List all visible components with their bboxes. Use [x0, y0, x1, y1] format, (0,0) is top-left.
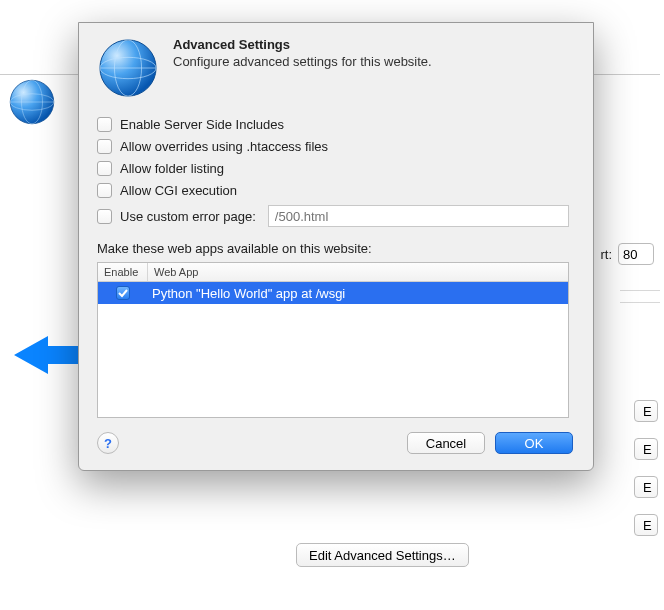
svg-marker-4	[14, 336, 80, 374]
edit-button-fragment[interactable]: E	[634, 438, 658, 460]
table-row[interactable]: Python "Hello World" app at /wsgi	[98, 282, 568, 304]
ok-button[interactable]: OK	[495, 432, 573, 454]
webapp-enable-checkbox[interactable]	[116, 286, 130, 300]
port-label: rt:	[600, 247, 612, 262]
custom-error-page-input[interactable]	[268, 205, 569, 227]
enable-ssi-checkbox[interactable]	[97, 117, 112, 132]
allow-folder-listing-checkbox[interactable]	[97, 161, 112, 176]
column-header-enable[interactable]: Enable	[98, 263, 148, 281]
custom-error-page-label: Use custom error page:	[120, 209, 256, 224]
edit-advanced-settings-button[interactable]: Edit Advanced Settings…	[296, 543, 469, 567]
edit-button-fragment[interactable]: E	[634, 514, 658, 536]
edit-button-fragment[interactable]: E	[634, 476, 658, 498]
webapps-section-label: Make these web apps available on this we…	[97, 241, 569, 256]
dialog-subtitle: Configure advanced settings for this web…	[173, 54, 432, 69]
globe-icon	[8, 78, 56, 126]
custom-error-page-checkbox[interactable]	[97, 209, 112, 224]
enable-ssi-label: Enable Server Side Includes	[120, 117, 284, 132]
background-edit-buttons: E E E E	[634, 400, 658, 536]
background-divider-lines	[620, 290, 660, 314]
allow-cgi-label: Allow CGI execution	[120, 183, 237, 198]
column-header-webapp[interactable]: Web App	[148, 263, 568, 281]
port-field-fragment: rt:	[600, 243, 654, 265]
advanced-settings-dialog: Advanced Settings Configure advanced set…	[78, 22, 594, 471]
edit-button-fragment[interactable]: E	[634, 400, 658, 422]
webapps-table: Enable Web App Python "Hello World" app …	[97, 262, 569, 418]
globe-icon	[97, 37, 159, 99]
allow-htaccess-label: Allow overrides using .htaccess files	[120, 139, 328, 154]
annotation-arrow-icon	[14, 332, 80, 378]
port-input[interactable]	[618, 243, 654, 265]
dialog-title: Advanced Settings	[173, 37, 432, 52]
webapp-name: Python "Hello World" app at /wsgi	[148, 286, 568, 301]
allow-htaccess-checkbox[interactable]	[97, 139, 112, 154]
allow-folder-listing-label: Allow folder listing	[120, 161, 224, 176]
cancel-button[interactable]: Cancel	[407, 432, 485, 454]
help-button[interactable]: ?	[97, 432, 119, 454]
help-icon: ?	[104, 436, 112, 451]
allow-cgi-checkbox[interactable]	[97, 183, 112, 198]
